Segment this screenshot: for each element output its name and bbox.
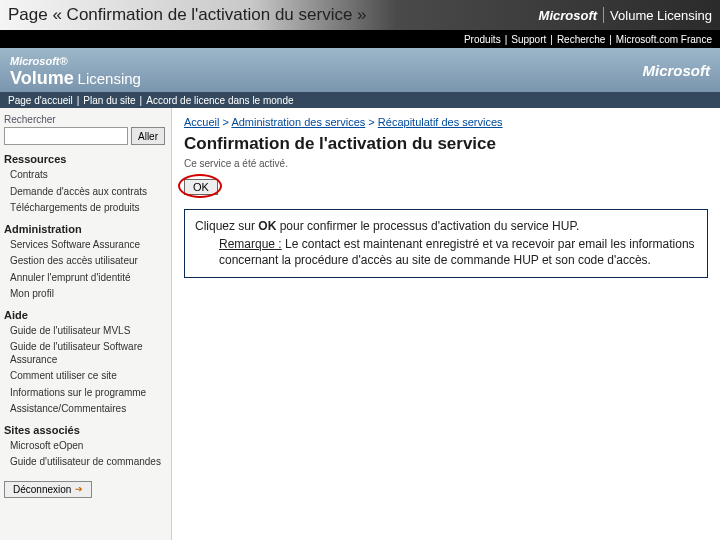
sidebar-section-ressources: Ressources <box>4 153 165 165</box>
nav-world-license[interactable]: Accord de licence dans le monde <box>146 95 293 106</box>
sidebar-section-sites: Sites associés <box>4 424 165 436</box>
sidebar-item-guide-sa[interactable]: Guide de l'utilisateur Software Assuranc… <box>4 339 165 368</box>
nav-produits[interactable]: Produits <box>464 34 501 45</box>
nav-sitemap[interactable]: Plan du site <box>83 95 135 106</box>
site-nav: Page d'accueil| Plan du site| Accord de … <box>0 92 720 108</box>
main-content: Accueil > Administration des services > … <box>172 108 720 540</box>
logout-button[interactable]: Déconnexion ➔ <box>4 481 92 498</box>
breadcrumb-recap[interactable]: Récapitulatif des services <box>378 116 503 128</box>
breadcrumb-home[interactable]: Accueil <box>184 116 219 128</box>
ms-global-nav: Produits| Support| Recherche| Microsoft.… <box>0 30 720 48</box>
brand-bar: Microsoft® Volume Licensing Microsoft <box>0 48 720 92</box>
sidebar-item-assistance[interactable]: Assistance/Commentaires <box>4 401 165 418</box>
sidebar-item-guide-mvls[interactable]: Guide de l'utilisateur MVLS <box>4 323 165 340</box>
nav-recherche[interactable]: Recherche <box>557 34 605 45</box>
instruction-callout: Cliquez sur OK pour confirmer le process… <box>184 209 708 278</box>
ok-button[interactable]: OK <box>184 179 218 195</box>
callout-remark-label: Remarque : <box>219 237 282 251</box>
callout-ok: OK <box>258 219 276 233</box>
search-go-button[interactable]: Aller <box>131 127 165 145</box>
brand-licensing: Licensing <box>78 70 141 87</box>
search-label: Rechercher <box>4 114 165 125</box>
page-subtitle: Ce service a été activé. <box>184 158 708 169</box>
search-input[interactable] <box>4 127 128 145</box>
breadcrumb: Accueil > Administration des services > … <box>184 116 708 128</box>
brand-volume: Volume <box>10 68 74 88</box>
logout-label: Déconnexion <box>13 484 71 495</box>
logout-arrow-icon: ➔ <box>75 484 83 494</box>
sidebar-item-comment-utiliser[interactable]: Comment utiliser ce site <box>4 368 165 385</box>
callout-remark-text: Le contact est maintenant enregistré et … <box>219 237 695 267</box>
volume-licensing-logo: Microsoft® Volume Licensing <box>10 52 141 89</box>
logo-brand: Microsoft <box>539 8 598 23</box>
breadcrumb-admin[interactable]: Administration des services <box>231 116 365 128</box>
sidebar-section-aide: Aide <box>4 309 165 321</box>
slide-title: Page « Confirmation de l'activation du s… <box>8 5 367 25</box>
page-title: Confirmation de l'activation du service <box>184 134 708 154</box>
callout-prefix: Cliquez sur <box>195 219 258 233</box>
brand-ms: Microsoft® <box>10 55 68 67</box>
sidebar-item-demande-acces[interactable]: Demande d'accès aux contrats <box>4 184 165 201</box>
sidebar-item-info-programme[interactable]: Informations sur le programme <box>4 385 165 402</box>
sidebar-item-mon-profil[interactable]: Mon profil <box>4 286 165 303</box>
nav-support[interactable]: Support <box>511 34 546 45</box>
sidebar-item-annuler-emprunt[interactable]: Annuler l'emprunt d'identité <box>4 270 165 287</box>
sidebar-item-gestion-acces[interactable]: Gestion des accès utilisateur <box>4 253 165 270</box>
sidebar-item-sa-services[interactable]: Services Software Assurance <box>4 237 165 254</box>
slide-header-logo: Microsoft Volume Licensing <box>539 7 712 23</box>
nav-home[interactable]: Page d'accueil <box>8 95 73 106</box>
sidebar-item-contrats[interactable]: Contrats <box>4 167 165 184</box>
sidebar-section-admin: Administration <box>4 223 165 235</box>
logo-divider <box>603 7 604 23</box>
logo-product: Volume Licensing <box>610 8 712 23</box>
sidebar-item-guide-commandes[interactable]: Guide d'utilisateur de commandes <box>4 454 165 471</box>
sidebar-item-eopen[interactable]: Microsoft eOpen <box>4 438 165 455</box>
nav-ms-france[interactable]: Microsoft.com France <box>616 34 712 45</box>
sidebar-item-telechargements[interactable]: Téléchargements de produits <box>4 200 165 217</box>
slide-header: Page « Confirmation de l'activation du s… <box>0 0 720 30</box>
microsoft-logo: Microsoft <box>643 62 711 79</box>
callout-suffix: pour confirmer le processus d'activation… <box>276 219 579 233</box>
sidebar: Rechercher Aller Ressources Contrats Dem… <box>0 108 172 540</box>
